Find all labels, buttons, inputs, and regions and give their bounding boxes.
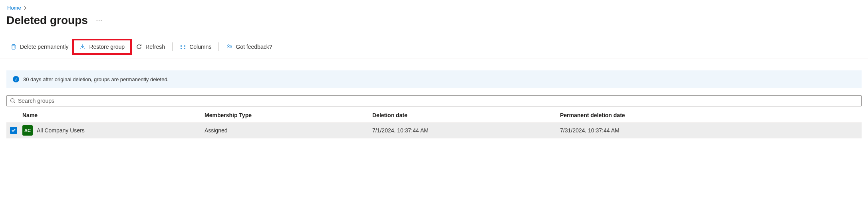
restore-icon	[79, 44, 86, 50]
page-title-row: Deleted groups ⋯	[0, 14, 868, 36]
column-header-name[interactable]: Name	[21, 112, 205, 118]
info-banner: i 30 days after original deletion, group…	[6, 70, 862, 88]
chevron-right-icon	[24, 6, 27, 10]
permanent-date-cell: 7/31/2024, 10:37:44 AM	[560, 127, 862, 134]
columns-icon	[180, 44, 186, 50]
deletion-date-cell: 7/1/2024, 10:37:44 AM	[372, 127, 560, 134]
column-header-membership[interactable]: Membership Type	[205, 112, 372, 118]
group-avatar: AC	[22, 125, 33, 136]
trash-icon	[10, 44, 17, 50]
svg-point-0	[228, 45, 229, 46]
restore-group-button[interactable]: Restore group	[75, 41, 129, 52]
toolbar-divider-2	[218, 42, 219, 51]
row-checkbox[interactable]	[10, 127, 17, 134]
info-banner-text: 30 days after original deletion, groups …	[23, 76, 169, 82]
more-actions-button[interactable]: ⋯	[94, 15, 105, 26]
refresh-label: Refresh	[145, 44, 165, 50]
membership-cell: Assigned	[205, 127, 372, 134]
feedback-icon	[226, 44, 232, 50]
table-row[interactable]: AC All Company Users Assigned 7/1/2024, …	[6, 123, 862, 138]
feedback-button[interactable]: Got feedback?	[222, 41, 276, 52]
search-container[interactable]	[6, 95, 862, 106]
delete-permanently-button[interactable]: Delete permanently	[6, 41, 72, 52]
page-title: Deleted groups	[6, 14, 88, 27]
breadcrumb: Home	[0, 0, 868, 14]
highlight-restore-group: Restore group	[72, 39, 132, 55]
breadcrumb-home-link[interactable]: Home	[7, 5, 21, 11]
toolbar: Delete permanently Restore group Refresh…	[0, 36, 868, 58]
refresh-button[interactable]: Refresh	[132, 41, 169, 52]
column-header-permanent[interactable]: Permanent deletion date	[560, 112, 862, 118]
table-header-row: Name Membership Type Deletion date Perma…	[6, 108, 862, 123]
columns-button[interactable]: Columns	[176, 41, 215, 52]
info-icon: i	[13, 76, 19, 82]
restore-group-label: Restore group	[89, 44, 125, 50]
toolbar-divider	[172, 42, 173, 51]
group-name: All Company Users	[37, 127, 85, 134]
groups-table: Name Membership Type Deletion date Perma…	[0, 108, 868, 138]
columns-label: Columns	[189, 44, 211, 50]
feedback-label: Got feedback?	[236, 44, 272, 50]
search-icon	[10, 98, 16, 104]
refresh-icon	[136, 44, 142, 50]
column-header-deletion[interactable]: Deletion date	[372, 112, 560, 118]
svg-point-1	[11, 99, 14, 102]
search-input[interactable]	[18, 98, 858, 104]
delete-permanently-label: Delete permanently	[20, 44, 68, 50]
